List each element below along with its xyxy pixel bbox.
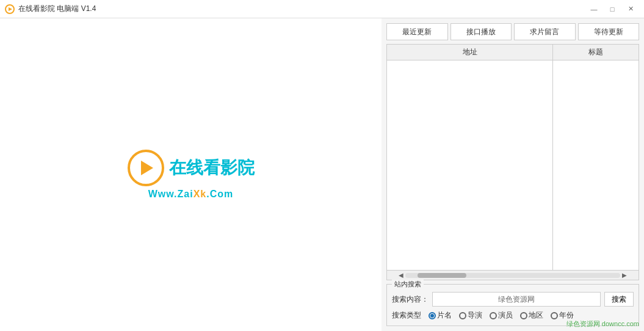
radio-actor[interactable]: 演员 (490, 310, 513, 321)
radio-circle-movie (429, 312, 436, 319)
watermark: 绿色资源网 downcc.com (566, 319, 639, 329)
title-bar-left: 在线看影院 电脑端 V1.4 (5, 4, 96, 14)
radio-region[interactable]: 地区 (520, 310, 543, 321)
close-button[interactable]: ✕ (622, 3, 639, 15)
radio-dot-movie (430, 314, 434, 318)
logo-url-part1: Www.Zai (148, 189, 194, 199)
table-body (387, 60, 639, 270)
radio-label-director: 导演 (468, 310, 482, 321)
scroll-thumb[interactable] (418, 273, 466, 278)
search-input[interactable] (432, 292, 601, 307)
radio-director[interactable]: 导演 (459, 310, 482, 321)
play-icon (141, 161, 153, 175)
right-panel: 最近更新 接口播放 求片留言 等待更新 地址 标题 ◀ ▶ (382, 18, 644, 331)
title-column (553, 60, 639, 270)
horizontal-scrollbar[interactable]: ◀ ▶ (387, 270, 639, 280)
recent-update-button[interactable]: 最近更新 (386, 23, 448, 40)
app-icon (5, 4, 15, 14)
radio-circle-region (520, 312, 527, 319)
logo-title: 在线看影院 (169, 156, 255, 180)
addr-column (387, 60, 553, 270)
radio-circle-year (551, 312, 558, 319)
search-button[interactable]: 搜索 (604, 292, 634, 307)
radio-movie-name[interactable]: 片名 (429, 310, 452, 321)
logo-circle-icon (128, 150, 164, 186)
content-table: 地址 标题 ◀ ▶ (386, 44, 639, 280)
search-group-label: 站内搜索 (392, 280, 424, 289)
logo-url-part3: .Com (206, 189, 233, 199)
col-header-title: 标题 (553, 45, 639, 60)
radio-label-movie: 片名 (437, 310, 452, 321)
title-bar-controls: — □ ✕ (585, 3, 639, 15)
pending-update-button[interactable]: 等待更新 (578, 23, 640, 40)
logo-container: 在线看影院 Www.ZaiXk.Com (128, 150, 255, 200)
radio-circle-director (459, 312, 466, 319)
logo-row: 在线看影院 (128, 150, 255, 186)
main-content: 在线看影院 Www.ZaiXk.Com 最近更新 接口播放 求片留言 等待更新 … (0, 18, 644, 331)
interface-play-button[interactable]: 接口播放 (450, 23, 512, 40)
radio-label-actor: 演员 (498, 310, 513, 321)
logo-url: Www.ZaiXk.Com (148, 189, 234, 200)
left-panel: 在线看影院 Www.ZaiXk.Com (0, 18, 382, 331)
logo-url-part2: Xk (194, 189, 207, 199)
search-type-label: 搜索类型 (392, 310, 421, 321)
scroll-left-arrow[interactable]: ◀ (397, 271, 405, 280)
maximize-button[interactable]: □ (604, 3, 621, 15)
radio-label-region: 地区 (529, 310, 543, 321)
scroll-track[interactable] (405, 273, 620, 278)
search-input-row: 搜索内容： 搜索 (392, 292, 634, 307)
top-button-row: 最近更新 接口播放 求片留言 等待更新 (386, 23, 639, 40)
request-button[interactable]: 求片留言 (514, 23, 576, 40)
scroll-right-arrow[interactable]: ▶ (620, 271, 629, 280)
minimize-button[interactable]: — (585, 3, 602, 15)
search-type-radio-group: 片名 导演 演员 地区 (429, 310, 574, 321)
app-title: 在线看影院 电脑端 V1.4 (18, 4, 96, 14)
table-header: 地址 标题 (387, 45, 639, 60)
col-header-addr: 地址 (387, 45, 553, 60)
radio-circle-actor (490, 312, 497, 319)
search-content-label: 搜索内容： (392, 294, 429, 305)
title-bar: 在线看影院 电脑端 V1.4 — □ ✕ (0, 0, 644, 18)
svg-marker-1 (9, 7, 12, 11)
